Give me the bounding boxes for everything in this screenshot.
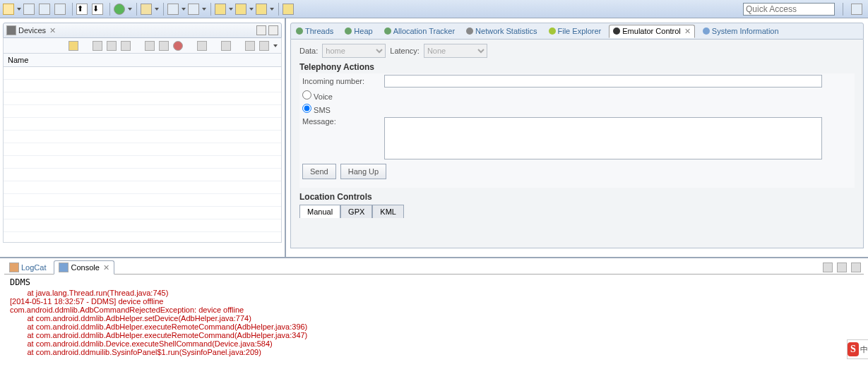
- open-folder-icon[interactable]: [283, 4, 294, 15]
- cause-gc-icon[interactable]: [121, 41, 131, 51]
- tab-file-explorer[interactable]: File Explorer: [545, 25, 605, 37]
- hangup-button[interactable]: Hang Up: [340, 164, 386, 179]
- back-yellow-icon: [215, 4, 226, 15]
- package-icon: [167, 4, 179, 15]
- quick-access-input[interactable]: [743, 3, 835, 16]
- network-icon: [466, 28, 473, 35]
- print-icon[interactable]: [54, 4, 66, 15]
- run-menu[interactable]: [114, 4, 133, 15]
- tab-allocation[interactable]: Allocation Tracker: [381, 25, 458, 37]
- maximize-icon[interactable]: [268, 25, 278, 35]
- scroll-lock-icon[interactable]: [837, 263, 847, 272]
- separator: [163, 3, 164, 16]
- screen-capture-icon[interactable]: [197, 41, 207, 51]
- device-icon: [6, 25, 16, 35]
- location-tabs: Manual GPX KML: [299, 204, 855, 217]
- tab-heap[interactable]: Heap: [341, 25, 376, 37]
- nav-back[interactable]: [235, 4, 254, 15]
- bottom-tab-bar: LogCat Console✕: [0, 258, 868, 274]
- clear-console-icon[interactable]: [823, 263, 833, 272]
- systrace-icon[interactable]: [245, 41, 255, 51]
- arrow-right-icon: [256, 4, 267, 15]
- stop-icon[interactable]: [173, 41, 183, 51]
- tab-network[interactable]: Network Statistics: [463, 25, 540, 37]
- chevron-down-icon: [202, 4, 207, 15]
- dump-hprof-icon[interactable]: [107, 41, 117, 51]
- console-line: at com.android.ddmlib.AdbHelper.executeR…: [10, 322, 858, 331]
- debug-icon[interactable]: [69, 41, 78, 51]
- sms-radio-label[interactable]: SMS: [302, 104, 331, 114]
- file-icon: [188, 4, 199, 15]
- voice-radio-label[interactable]: Voice: [302, 90, 333, 101]
- table-row: [4, 194, 281, 207]
- view-menu-icon[interactable]: [273, 40, 278, 52]
- latency-select[interactable]: None: [424, 44, 487, 58]
- loc-tab-manual[interactable]: Manual: [299, 205, 340, 218]
- data-label: Data:: [299, 47, 318, 55]
- view-tabs: Threads Heap Allocation Tracker Network …: [290, 23, 864, 40]
- table-row: [4, 92, 281, 105]
- table-row: [4, 219, 281, 232]
- update-threads-icon[interactable]: [145, 41, 155, 51]
- arrow-left-icon: [235, 4, 246, 15]
- update-heap-icon[interactable]: [93, 41, 102, 51]
- message-label: Message:: [302, 117, 380, 126]
- separator: [136, 3, 137, 16]
- traceview-icon[interactable]: [259, 41, 269, 51]
- table-row: [4, 105, 281, 118]
- tab-logcat[interactable]: LogCat: [4, 260, 51, 275]
- tab-system-information[interactable]: System Information: [699, 25, 783, 37]
- table-row: [4, 67, 281, 80]
- send-button[interactable]: Send: [302, 164, 336, 179]
- close-icon[interactable]: ✕: [103, 263, 109, 272]
- chevron-down-icon: [128, 4, 133, 15]
- table-row: [4, 156, 281, 169]
- nav-forward[interactable]: [256, 4, 275, 15]
- tab-console[interactable]: Console✕: [54, 260, 114, 275]
- sms-radio[interactable]: [302, 104, 311, 113]
- tab-emulator-control[interactable]: Emulator Control✕: [609, 25, 695, 38]
- message-field[interactable]: [384, 117, 822, 159]
- save-all-icon[interactable]: [39, 4, 50, 15]
- back-history[interactable]: [215, 4, 234, 15]
- minimize-icon[interactable]: [256, 25, 266, 35]
- ime-badge[interactable]: S 中: [847, 339, 868, 359]
- table-row: [4, 143, 281, 156]
- incoming-number-field[interactable]: [384, 75, 822, 88]
- wand-menu[interactable]: [141, 4, 160, 15]
- run-icon: [114, 4, 125, 15]
- console-line: at java.lang.Thread.run(Thread.java:745): [10, 289, 858, 297]
- data-select[interactable]: home: [322, 44, 386, 58]
- upload-icon[interactable]: ⬆: [76, 4, 88, 15]
- pin-console-icon[interactable]: [851, 263, 861, 272]
- tab-threads[interactable]: Threads: [292, 25, 337, 37]
- new-file-menu[interactable]: [188, 4, 207, 15]
- chevron-down-icon: [270, 4, 275, 15]
- devices-view: Devices ✕: [0, 18, 286, 257]
- emulator-icon: [613, 28, 620, 35]
- column-name[interactable]: Name: [4, 54, 281, 67]
- voice-radio[interactable]: [302, 90, 311, 99]
- right-views: Threads Heap Allocation Tracker Network …: [286, 18, 868, 257]
- close-icon[interactable]: ✕: [684, 27, 691, 36]
- chevron-down-icon: [155, 4, 160, 15]
- console-line: [2014-05-11 18:32:57 - DDMS] device offl…: [10, 297, 858, 306]
- incoming-label: Incoming number:: [302, 77, 380, 85]
- download-icon[interactable]: ⬇: [92, 4, 103, 15]
- dump-view-icon[interactable]: [221, 41, 231, 51]
- ime-s-icon: S: [848, 342, 859, 356]
- separator: [843, 3, 843, 16]
- close-icon[interactable]: ✕: [49, 26, 56, 35]
- console-line: at com.android.ddmuilib.SysinfoPanel$1.r…: [10, 348, 858, 356]
- new-menu[interactable]: [3, 4, 22, 15]
- loc-tab-kml[interactable]: KML: [372, 205, 404, 218]
- wand-icon: [141, 4, 152, 15]
- separator: [278, 3, 279, 16]
- new-package-menu[interactable]: [167, 4, 186, 15]
- perspective-icon[interactable]: [851, 4, 862, 15]
- console-line: at com.android.ddmlib.AdbHelper.executeR…: [10, 331, 858, 339]
- save-icon[interactable]: [23, 4, 35, 15]
- loc-tab-gpx[interactable]: GPX: [340, 205, 372, 218]
- start-profiling-icon[interactable]: [159, 41, 169, 51]
- separator: [109, 3, 110, 16]
